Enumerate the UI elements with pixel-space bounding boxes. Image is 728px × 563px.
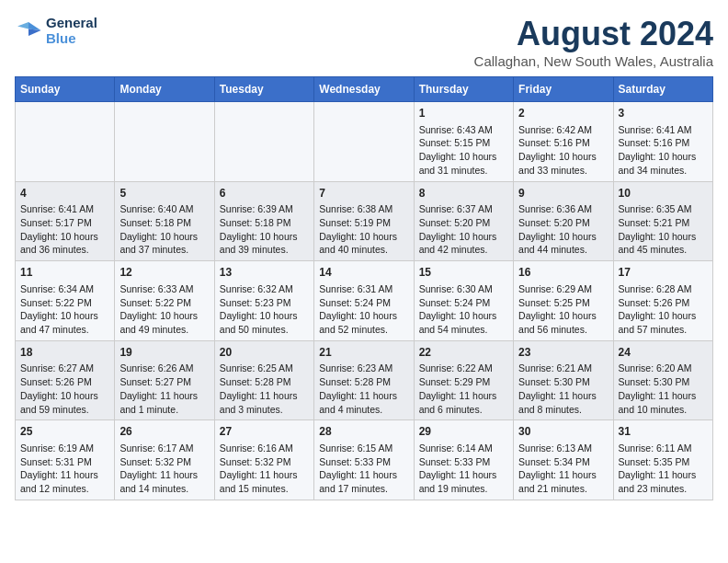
cell-content: Daylight: 11 hours [319,468,408,482]
calendar-cell: 25Sunrise: 6:19 AMSunset: 5:31 PMDayligh… [16,420,115,500]
calendar-cell: 21Sunrise: 6:23 AMSunset: 5:28 PMDayligh… [314,340,414,420]
day-number: 25 [20,424,109,440]
cell-content: and 36 minutes. [20,243,109,257]
calendar-cell [16,102,115,182]
cell-content: Sunset: 5:30 PM [619,375,708,389]
calendar-week-row: 1Sunrise: 6:43 AMSunset: 5:15 PMDaylight… [16,102,713,182]
cell-content: Daylight: 10 hours [619,230,708,244]
calendar-cell: 6Sunrise: 6:39 AMSunset: 5:18 PMDaylight… [214,181,313,261]
cell-content: Daylight: 11 hours [619,468,708,482]
cell-content: Sunrise: 6:32 AM [220,282,309,296]
cell-content: Sunset: 5:21 PM [619,216,708,230]
day-number: 31 [619,424,708,440]
cell-content: Sunset: 5:28 PM [220,375,309,389]
cell-content: Daylight: 10 hours [419,309,508,323]
col-friday: Friday [514,77,613,102]
cell-content: Daylight: 10 hours [619,150,708,164]
cell-content: and 45 minutes. [619,243,708,257]
cell-content: Sunrise: 6:25 AM [220,362,309,375]
calendar-week-row: 11Sunrise: 6:34 AMSunset: 5:22 PMDayligh… [16,261,713,341]
cell-content: Daylight: 10 hours [319,230,408,244]
calendar-cell [214,102,313,182]
day-number: 4 [20,186,109,201]
calendar-cell: 31Sunrise: 6:11 AMSunset: 5:35 PMDayligh… [613,420,712,500]
col-monday: Monday [115,77,214,102]
day-number: 22 [419,345,508,361]
cell-content: and 23 minutes. [619,482,708,496]
cell-content: and 54 minutes. [419,323,508,337]
cell-content: Sunset: 5:34 PM [518,455,608,469]
cell-content: Sunrise: 6:39 AM [220,202,309,216]
calendar-week-row: 25Sunrise: 6:19 AMSunset: 5:31 PMDayligh… [16,420,713,500]
cell-content: Sunrise: 6:11 AM [619,442,708,455]
cell-content: Sunrise: 6:14 AM [419,442,508,455]
day-number: 21 [319,345,408,361]
cell-content: Sunset: 5:31 PM [20,455,109,469]
day-number: 19 [119,345,209,361]
day-number: 15 [419,265,508,281]
cell-content: and 39 minutes. [220,243,309,257]
calendar-table: Sunday Monday Tuesday Wednesday Thursday… [15,76,713,500]
calendar-cell: 4Sunrise: 6:41 AMSunset: 5:17 PMDaylight… [16,181,115,261]
cell-content: Sunrise: 6:42 AM [518,123,608,137]
cell-content: Sunset: 5:16 PM [619,136,708,150]
cell-content: Sunset: 5:29 PM [419,375,508,389]
cell-content: and 56 minutes. [518,323,608,337]
day-number: 9 [518,186,608,201]
cell-content: Daylight: 10 hours [119,309,209,323]
cell-content: Sunrise: 6:23 AM [319,362,408,375]
cell-content: and 50 minutes. [220,323,309,337]
cell-content: Sunset: 5:26 PM [20,375,109,389]
cell-content: Daylight: 10 hours [419,150,508,164]
cell-content: Daylight: 10 hours [419,230,508,244]
cell-content: and 49 minutes. [119,323,209,337]
calendar-cell: 7Sunrise: 6:38 AMSunset: 5:19 PMDaylight… [314,181,414,261]
cell-content: and 12 minutes. [20,482,109,496]
calendar-week-row: 18Sunrise: 6:27 AMSunset: 5:26 PMDayligh… [16,340,713,420]
logo: General Blue [15,15,97,46]
col-tuesday: Tuesday [214,77,313,102]
cell-content: Sunrise: 6:17 AM [119,442,209,455]
day-number: 23 [518,345,608,361]
calendar-cell: 10Sunrise: 6:35 AMSunset: 5:21 PMDayligh… [613,181,712,261]
cell-content: Daylight: 10 hours [20,230,109,244]
cell-content: Sunrise: 6:38 AM [319,202,408,216]
col-saturday: Saturday [613,77,712,102]
calendar-cell: 23Sunrise: 6:21 AMSunset: 5:30 PMDayligh… [514,340,613,420]
cell-content: Sunrise: 6:41 AM [619,123,708,137]
cell-content: and 31 minutes. [419,164,508,178]
cell-content: and 37 minutes. [119,243,209,257]
cell-content: Sunset: 5:16 PM [518,136,608,150]
day-number: 2 [518,106,608,121]
cell-content: Sunrise: 6:21 AM [518,362,608,375]
calendar-cell: 29Sunrise: 6:14 AMSunset: 5:33 PMDayligh… [414,420,513,500]
calendar-cell: 8Sunrise: 6:37 AMSunset: 5:20 PMDaylight… [414,181,513,261]
cell-content: Sunrise: 6:28 AM [619,282,708,296]
cell-content: Daylight: 10 hours [319,309,408,323]
calendar-cell: 26Sunrise: 6:17 AMSunset: 5:32 PMDayligh… [115,420,214,500]
calendar-cell: 19Sunrise: 6:26 AMSunset: 5:27 PMDayligh… [115,340,214,420]
cell-content: Sunrise: 6:36 AM [518,202,608,216]
cell-content: and 8 minutes. [518,403,608,417]
cell-content: and 52 minutes. [319,323,408,337]
cell-content: Daylight: 11 hours [119,389,209,403]
cell-content: Sunrise: 6:26 AM [119,362,209,375]
cell-content: Sunrise: 6:13 AM [518,442,608,455]
logo-text2: Blue [46,30,97,46]
cell-content: and 57 minutes. [619,323,708,337]
calendar-cell: 20Sunrise: 6:25 AMSunset: 5:28 PMDayligh… [214,340,313,420]
day-number: 8 [419,186,508,201]
calendar-cell: 30Sunrise: 6:13 AMSunset: 5:34 PMDayligh… [514,420,613,500]
cell-content: Sunset: 5:24 PM [319,296,408,310]
calendar-cell: 12Sunrise: 6:33 AMSunset: 5:22 PMDayligh… [115,261,214,341]
cell-content: Sunset: 5:24 PM [419,296,508,310]
cell-content: and 17 minutes. [319,482,408,496]
cell-content: and 14 minutes. [119,482,209,496]
cell-content: Daylight: 11 hours [619,389,708,403]
cell-content: Sunrise: 6:43 AM [419,123,508,137]
calendar-cell: 14Sunrise: 6:31 AMSunset: 5:24 PMDayligh… [314,261,414,341]
calendar-cell: 3Sunrise: 6:41 AMSunset: 5:16 PMDaylight… [613,102,712,182]
day-number: 30 [518,424,608,440]
cell-content: Sunrise: 6:19 AM [20,442,109,455]
cell-content: Sunrise: 6:34 AM [20,282,109,296]
